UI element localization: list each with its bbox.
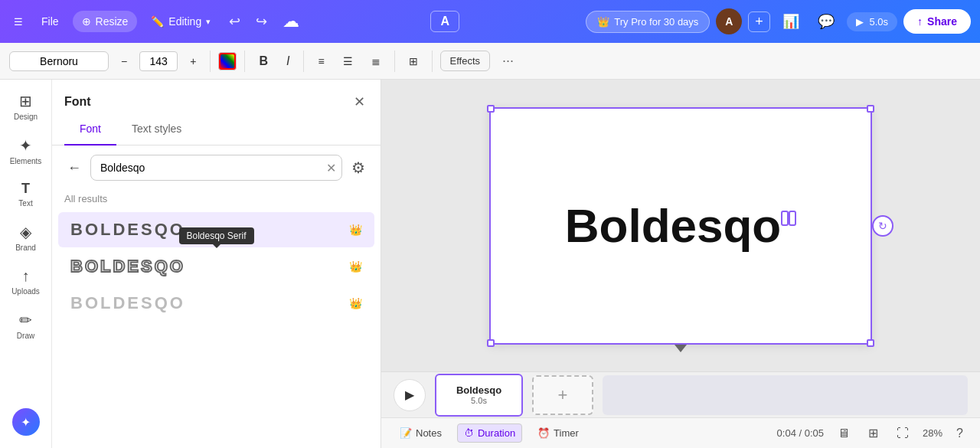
draw-icon: ✏ [19,311,32,329]
font-size-input[interactable] [139,51,178,71]
elements-icon: ✦ [19,136,32,155]
more-options-button[interactable]: ··· [496,50,520,72]
grid-view-button[interactable]: ⊞ [864,423,883,443]
share-label: Share [927,15,957,28]
text-color-swatch[interactable] [218,52,237,70]
help-button[interactable]: ? [952,423,968,443]
resize-handle-left[interactable] [781,211,789,226]
grid-icon: ⊞ [409,55,418,67]
share-icon: ↑ [917,15,923,28]
topbar-center: A [310,11,580,32]
text-label: Text [18,199,32,208]
filter-button[interactable]: ⚙ [348,155,368,180]
resize-button[interactable]: ⊕ Resize [73,11,138,32]
slide-thumbnail[interactable]: Boldesqo 5.0s [435,374,523,417]
sidebar-item-uploads[interactable]: ↑ Uploads [4,261,48,302]
sidebar-item-brand[interactable]: ◈ Brand [4,217,48,258]
fullscreen-button[interactable]: ⛶ [892,423,913,443]
uploads-icon: ↑ [22,267,30,285]
topbar: ☰ File ⊕ Resize ✏️ Editing ▾ ↩ ↪ ☁ A 👑 T… [0,0,980,43]
align-icon: ≡ [318,55,324,67]
sidebar-item-text[interactable]: T Text [4,175,48,214]
all-results-label: All results [52,190,381,211]
back-button[interactable]: ← [64,157,84,179]
color-swatch-inner [220,54,234,68]
add-slide-button[interactable]: + [532,375,593,415]
pro-crown-icon: 👑 [349,260,362,273]
resize-handle-right[interactable] [789,211,796,226]
pro-crown-icon: 👑 [349,297,362,309]
font-panel: Font ✕ Font Text styles ← ✕ ⚙ All result… [52,80,381,448]
undo-button[interactable]: ↩ [224,8,245,34]
list2-button[interactable]: ≣ [365,51,387,71]
align-button[interactable]: ≡ [312,51,330,71]
tab-font[interactable]: Font [64,113,116,146]
try-pro-button[interactable]: 👑 Try Pro for 30 days [586,11,710,33]
redo-button[interactable]: ↪ [251,8,272,34]
effects-button[interactable]: Effects [440,51,491,71]
font-panel-close-button[interactable]: ✕ [351,90,368,113]
menu-button[interactable]: ☰ [9,11,28,32]
magic-button[interactable]: ✦ [12,408,40,436]
file-button[interactable]: File [34,11,67,32]
font-list-item[interactable]: Boldesqo Serif BOLDESQO 👑 [58,249,374,284]
share-button[interactable]: ↑ Share [903,9,971,34]
cloud-button[interactable]: ☁ [278,7,304,36]
resize-handle-br[interactable] [867,339,874,347]
chart-icon: 📊 [782,14,799,29]
sidebar-item-design[interactable]: ⊞ Design [4,86,48,127]
draw-label: Draw [17,332,34,340]
sidebar-item-draw[interactable]: ✏ Draw [4,305,48,346]
editing-button[interactable]: ✏️ Editing ▾ [143,11,218,32]
play-icon: ▶ [856,16,864,28]
brand-label: Brand [15,244,36,252]
font-tooltip: Boldesqo Serif [178,227,253,244]
resize-handle-tl[interactable] [487,105,495,113]
duration-label: Duration [478,427,515,439]
screen-icon: 🖥 [838,427,850,440]
bold-button[interactable]: B [253,51,274,72]
duration-icon: ⏱ [464,427,474,439]
canvas-area: Boldesqo ↻ ▶ Boldesqo 5.0s + [381,80,980,448]
font-item-inner: BOLDESQO 👑 [70,293,362,313]
screen-button[interactable]: 🖥 [833,423,854,443]
font-tabs: Font Text styles [52,113,381,146]
notes-button[interactable]: 📝 Notes [394,424,448,442]
play-button[interactable]: ▶ [394,379,426,411]
rotate-handle[interactable]: ↻ [872,215,893,237]
font-list-item[interactable]: BOLDESQO 👑 [58,286,374,321]
font-a-button[interactable]: A [430,11,459,32]
add-button[interactable]: + [748,11,770,32]
resize-handle-bl[interactable] [487,339,495,347]
list-button[interactable]: ☰ [337,51,359,71]
pencil-icon: ✏️ [151,15,164,28]
play-duration-button[interactable]: ▶ 5.0s [847,12,897,31]
avatar[interactable]: A [716,8,742,34]
resize-handle-tr[interactable] [867,105,874,113]
canvas-frame[interactable]: Boldesqo ↻ [489,107,872,345]
font-preview: BOLDESQO [70,220,185,240]
comments-button[interactable]: 💬 [812,8,841,34]
italic-button[interactable]: I [280,51,296,72]
search-input-wrap: ✕ [90,155,342,181]
separator4 [394,51,395,72]
timer-button[interactable]: ⏰ Timer [531,424,585,442]
grid-button[interactable]: ⊞ [403,51,424,71]
font-selector[interactable]: Bernoru [9,51,109,71]
add-icon: + [558,385,568,405]
font-size-decrease-button[interactable]: − [115,51,133,71]
main-area: ⊞ Design ✦ Elements T Text ◈ Brand ↑ Upl… [0,80,980,448]
timeline: ▶ Boldesqo 5.0s + [381,371,980,417]
font-search-input[interactable] [90,155,342,181]
notes-label: Notes [416,427,442,439]
zoom-display: 28% [923,427,942,439]
tab-text-styles[interactable]: Text styles [116,113,197,146]
design-label: Design [14,113,38,121]
clear-search-button[interactable]: ✕ [326,161,336,175]
status-left: 📝 Notes ⏱ Duration ⏰ Timer [394,423,765,443]
analytics-button[interactable]: 📊 [776,8,805,34]
duration-button[interactable]: ⏱ Duration [457,423,522,443]
font-size-increase-button[interactable]: + [184,51,202,71]
canvas-container: Boldesqo ↻ [381,80,980,371]
sidebar-item-elements[interactable]: ✦ Elements [4,130,48,172]
